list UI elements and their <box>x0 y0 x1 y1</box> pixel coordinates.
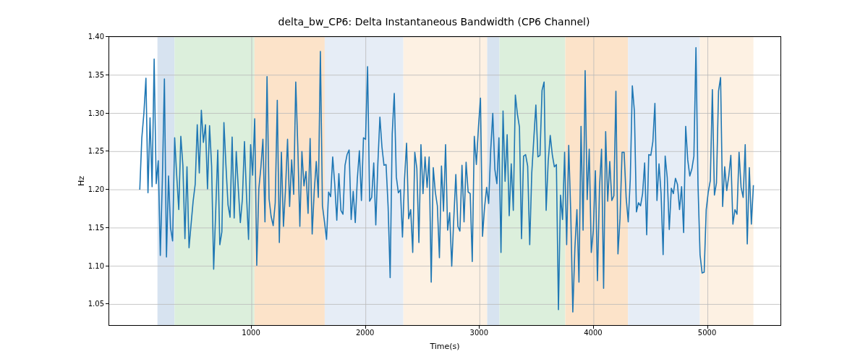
y-tick-mark <box>106 151 109 151</box>
y-tick-mark <box>106 75 109 75</box>
x-axis-label: Time(s) <box>109 342 781 351</box>
chart-title: delta_bw_CP6: Delta Instantaneous Bandwi… <box>0 16 868 28</box>
bg-span <box>500 37 566 326</box>
y-tick-mark <box>106 189 109 190</box>
y-tick-label: 1.20 <box>88 185 104 193</box>
y-tick-mark <box>106 266 109 266</box>
y-tick-mark <box>106 113 109 114</box>
plot-svg <box>109 37 781 326</box>
y-tick-mark <box>106 227 109 228</box>
y-tick-label: 1.40 <box>88 33 104 41</box>
plot-area <box>109 36 781 326</box>
y-tick-label: 1.25 <box>88 147 104 155</box>
figure: delta_bw_CP6: Delta Instantaneous Bandwi… <box>0 0 868 362</box>
y-tick-label: 1.05 <box>88 300 104 308</box>
x-tick-label: 1000 <box>242 329 260 337</box>
y-axis-label: Hz <box>77 36 87 326</box>
y-tick-mark <box>106 303 109 304</box>
x-tick-label: 3000 <box>470 329 488 337</box>
bg-span <box>628 37 699 326</box>
y-tick-mark <box>106 36 109 37</box>
y-tick-label: 1.10 <box>88 261 104 269</box>
x-tick-label: 2000 <box>356 329 374 337</box>
bg-span <box>404 37 488 326</box>
bg-span <box>566 37 629 326</box>
y-tick-label: 1.15 <box>88 223 104 231</box>
axes <box>109 36 781 326</box>
x-tick-label: 5000 <box>698 329 716 337</box>
y-tick-label: 1.30 <box>88 109 104 117</box>
x-tick-label: 4000 <box>584 329 602 337</box>
y-tick-label: 1.35 <box>88 70 104 78</box>
